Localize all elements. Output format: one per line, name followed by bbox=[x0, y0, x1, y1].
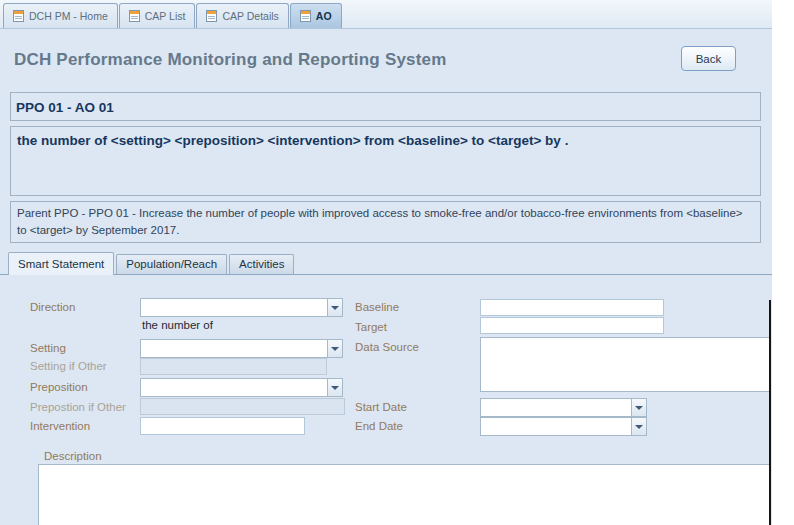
start-date-label: Start Date bbox=[355, 401, 407, 413]
end-date-dropdown-button[interactable] bbox=[631, 417, 647, 436]
form-icon bbox=[129, 10, 140, 22]
start-date-input[interactable] bbox=[480, 398, 631, 417]
setting-dropdown-button[interactable] bbox=[327, 339, 343, 358]
page-title: DCH Performance Monitoring and Reporting… bbox=[14, 50, 447, 70]
tab-label: CAP Details bbox=[222, 10, 278, 22]
description-input[interactable] bbox=[38, 464, 770, 525]
form-icon bbox=[300, 10, 311, 22]
preposition-if-other-label: Prepostion if Other bbox=[30, 401, 126, 413]
setting-label: Setting bbox=[30, 342, 66, 354]
record-id-box: PPO 01 - AO 01 bbox=[10, 92, 761, 121]
data-source-input[interactable] bbox=[480, 337, 770, 392]
tab-ao[interactable]: AO bbox=[290, 3, 342, 28]
direction-static-text: the number of bbox=[142, 319, 213, 331]
baseline-label: Baseline bbox=[355, 301, 399, 313]
preposition-combo[interactable] bbox=[140, 378, 343, 397]
tab-smart-statement[interactable]: Smart Statement bbox=[8, 252, 114, 275]
setting-input[interactable] bbox=[140, 339, 327, 358]
chevron-down-icon bbox=[331, 386, 339, 390]
preposition-input[interactable] bbox=[140, 378, 327, 397]
smart-statement-text: the number of <setting> <preposition> <i… bbox=[17, 133, 568, 148]
chevron-down-icon bbox=[331, 306, 339, 310]
end-date-label: End Date bbox=[355, 420, 403, 432]
form-icon bbox=[13, 10, 24, 22]
preposition-dropdown-button[interactable] bbox=[327, 378, 343, 397]
setting-if-other-input bbox=[140, 358, 327, 375]
data-source-label: Data Source bbox=[355, 341, 419, 353]
direction-combo[interactable] bbox=[140, 298, 343, 317]
document-tab-bar: DCH PM - Home CAP List CAP Details AO bbox=[0, 0, 772, 29]
setting-if-other-label: Setting if Other bbox=[30, 360, 107, 372]
direction-input[interactable] bbox=[140, 298, 327, 317]
start-date-dropdown-button[interactable] bbox=[631, 398, 647, 417]
tab-label: DCH PM - Home bbox=[29, 10, 108, 22]
direction-dropdown-button[interactable] bbox=[327, 298, 343, 317]
smart-statement-box: the number of <setting> <preposition> <i… bbox=[10, 126, 761, 196]
tab-label: AO bbox=[316, 10, 332, 22]
end-date-combo[interactable] bbox=[480, 417, 647, 436]
description-label: Description bbox=[44, 450, 102, 462]
form-icon bbox=[206, 10, 217, 22]
application-window: DCH PM - Home CAP List CAP Details AO DC… bbox=[0, 0, 772, 525]
parent-ppo-box: Parent PPO - PPO 01 - Increase the numbe… bbox=[10, 201, 761, 243]
record-id: PPO 01 - AO 01 bbox=[16, 100, 114, 115]
target-label: Target bbox=[355, 321, 387, 333]
intervention-input[interactable] bbox=[140, 417, 305, 435]
tab-label: CAP List bbox=[145, 10, 186, 22]
chevron-down-icon bbox=[331, 347, 339, 351]
baseline-input[interactable] bbox=[480, 299, 664, 316]
preposition-if-other-input bbox=[140, 398, 345, 415]
preposition-label: Preposition bbox=[30, 381, 88, 393]
parent-ppo-text: Parent PPO - PPO 01 - Increase the numbe… bbox=[17, 207, 743, 236]
intervention-label: Intervention bbox=[30, 420, 90, 432]
direction-label: Direction bbox=[30, 301, 75, 313]
tab-cap-list[interactable]: CAP List bbox=[119, 3, 196, 28]
tab-cap-details[interactable]: CAP Details bbox=[196, 3, 288, 28]
tab-activities[interactable]: Activities bbox=[229, 254, 294, 274]
window-edge bbox=[769, 300, 771, 525]
end-date-input[interactable] bbox=[480, 417, 631, 436]
chevron-down-icon bbox=[635, 425, 643, 429]
back-button[interactable]: Back bbox=[681, 46, 736, 71]
tab-population-reach[interactable]: Population/Reach bbox=[116, 254, 227, 274]
form-tab-strip: Smart Statement Population/Reach Activit… bbox=[0, 252, 772, 275]
tab-dch-pm-home[interactable]: DCH PM - Home bbox=[3, 3, 118, 28]
chevron-down-icon bbox=[635, 406, 643, 410]
setting-combo[interactable] bbox=[140, 339, 343, 358]
target-input[interactable] bbox=[480, 317, 664, 334]
start-date-combo[interactable] bbox=[480, 398, 647, 417]
